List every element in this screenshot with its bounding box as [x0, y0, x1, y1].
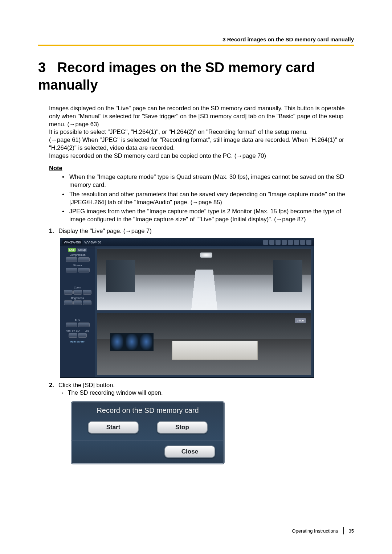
- footer-separator: [343, 527, 344, 534]
- toolbar-icons: [263, 240, 311, 245]
- sidebar-label-brightness: Brightness: [60, 296, 95, 300]
- footer-page-number: 35: [349, 528, 354, 534]
- aux-button[interactable]: [66, 323, 77, 327]
- toolbar-icon[interactable]: [288, 240, 293, 245]
- live-sidebar: Live Setup Compression Stream Zoom Brigh…: [60, 246, 95, 377]
- tab-setup[interactable]: Setup: [77, 248, 87, 252]
- brightness-button[interactable]: [73, 300, 82, 305]
- toolbar-icon[interactable]: [263, 240, 268, 245]
- toolbar-icon[interactable]: [300, 240, 305, 245]
- step-1: 1. Display the "Live" page. (→page 7): [49, 227, 354, 235]
- page-ref: →page 7: [125, 227, 150, 234]
- sidebar-label-aux: AUX: [60, 319, 95, 322]
- zoom-button[interactable]: [83, 290, 91, 295]
- stop-button[interactable]: Stop: [157, 421, 208, 434]
- sidebar-label-zoom: Zoom: [60, 286, 95, 289]
- toolbar-icon[interactable]: [282, 240, 287, 245]
- camera-view-1: 1: [97, 249, 311, 311]
- note-item: JPEG images from when the "Image capture…: [69, 208, 354, 223]
- sd-record-dialog: Record on the SD memory card Start Stop …: [71, 401, 225, 464]
- page-footer: Operating Instructions 35: [292, 527, 354, 534]
- chapter-number: 3: [38, 60, 46, 75]
- running-head: 3 Record images on the SD memory card ma…: [38, 36, 354, 45]
- text: It is possible to select "JPEG", "H.264(…: [49, 128, 308, 135]
- toolbar-icon[interactable]: [275, 240, 281, 245]
- brightness-button[interactable]: [64, 300, 73, 305]
- compression-option[interactable]: [78, 257, 90, 262]
- compression-option[interactable]: [66, 257, 77, 262]
- paragraph-2: It is possible to select "JPEG", "H.264(…: [49, 128, 354, 152]
- text: Click the [SD] button.: [58, 382, 115, 388]
- step-number: 2.: [49, 381, 58, 397]
- step-number: 1.: [49, 227, 58, 235]
- paragraph-3: Images recorded on the SD memory card ca…: [49, 152, 354, 160]
- log-button[interactable]: [78, 333, 87, 338]
- page-ref: →page 63: [69, 121, 97, 127]
- sidebar-label-stream: Stream: [60, 264, 95, 267]
- sidebar-label-log: Log: [85, 329, 89, 332]
- toolbar-icon[interactable]: [306, 240, 311, 245]
- arrow-icon: →: [58, 389, 65, 396]
- paragraph-1: Images displayed on the "Live" page can …: [49, 104, 354, 128]
- close-button[interactable]: Close: [164, 446, 215, 458]
- stream-option[interactable]: [66, 268, 77, 272]
- page-ref: →page 70: [236, 152, 264, 159]
- toolbar-icon[interactable]: [269, 240, 274, 245]
- camera-view-2: 1 office: [97, 313, 311, 375]
- sidebar-label-rec-sd: Rec. on SD: [66, 329, 79, 332]
- text: Display the "Live" page. (: [58, 227, 125, 234]
- aux-button[interactable]: [78, 323, 90, 327]
- footer-doc-title: Operating Instructions: [292, 528, 338, 534]
- text: Images recorded on the SD memory card ca…: [49, 152, 236, 159]
- text: ) When "JPEG" is selected for "Recording…: [49, 136, 344, 151]
- note-list: When the "Image capture mode" type is Qu…: [49, 173, 354, 223]
- live-video-area: 1 1 office: [95, 246, 314, 377]
- office-label: office: [295, 318, 306, 323]
- window-title: WV-SW458: [85, 241, 102, 244]
- live-top-bar: WV-SW458 WV-SW458: [60, 238, 314, 246]
- sd-button[interactable]: [69, 333, 77, 338]
- note-heading: Note: [49, 165, 354, 172]
- step-2: 2. Click the [SD] button. → The SD recor…: [49, 381, 354, 397]
- note-item: The resolution and other parameters that…: [69, 190, 354, 206]
- model-label: WV-SW458: [62, 240, 82, 245]
- tab-live[interactable]: Live: [68, 248, 76, 252]
- dialog-title: Record on the SD memory card: [72, 402, 224, 418]
- note-item: When the "Image capture mode" type is Qu…: [69, 173, 354, 189]
- live-page-screenshot: WV-SW458 WV-SW458 Live Setup Compression: [60, 238, 314, 378]
- multiscreen-link[interactable]: Multi-screen: [60, 340, 95, 343]
- zoom-button[interactable]: [73, 290, 82, 295]
- chapter-heading: Record images on the SD memory card manu…: [38, 60, 315, 93]
- text: ): [150, 227, 152, 234]
- text: ): [264, 152, 266, 159]
- sidebar-label-compression: Compression: [60, 253, 95, 257]
- stream-option[interactable]: [78, 268, 90, 272]
- zoom-button[interactable]: [64, 290, 73, 295]
- header-rule: [38, 45, 354, 46]
- page-ref: →page 61: [51, 136, 79, 143]
- toolbar-icon[interactable]: [294, 240, 299, 245]
- text: The SD recording window will open.: [68, 389, 163, 396]
- step-body: Click the [SD] button. → The SD recordin…: [58, 381, 354, 397]
- page: 3 Record images on the SD memory card ma…: [0, 0, 392, 554]
- start-button[interactable]: Start: [88, 421, 139, 434]
- step-body: Display the "Live" page. (→page 7): [58, 227, 354, 235]
- brightness-button[interactable]: [83, 300, 91, 305]
- text: ): [97, 121, 99, 127]
- chapter-title: 3 Record images on the SD memory card ma…: [38, 59, 354, 94]
